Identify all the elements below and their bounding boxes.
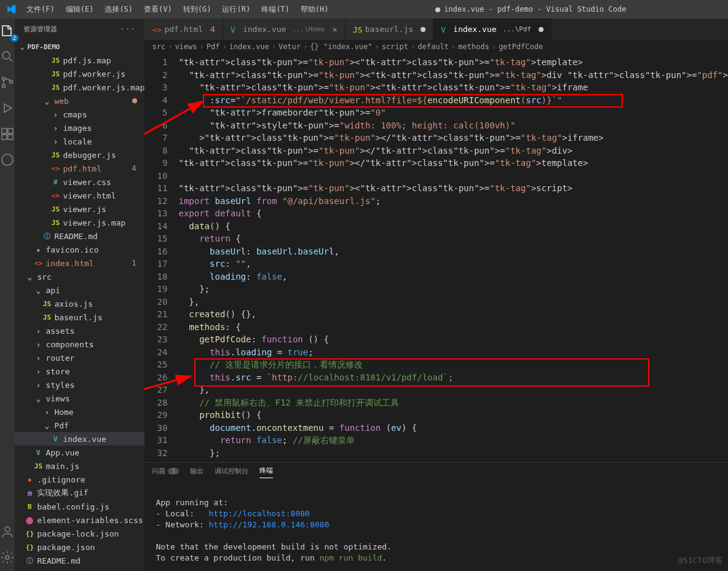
svg-point-2 — [2, 85, 6, 88]
tree-item[interactable]: JSaxios.js — [15, 297, 144, 310]
editor-tabs: <>pdf.html4Vindex.vue...\Home×JSbaseurl.… — [144, 18, 728, 40]
tree-item[interactable]: JSpdf.worker.js.map — [15, 81, 144, 94]
breadcrumb-item[interactable]: default — [417, 42, 449, 51]
tab-terminal[interactable]: 终端 — [259, 463, 273, 478]
tree-item[interactable]: ▦实现效果.gif — [15, 486, 144, 500]
breadcrumb-item[interactable]: views — [175, 42, 197, 51]
breadcrumb-item[interactable]: Pdf — [207, 42, 220, 51]
more-icon[interactable]: ··· — [121, 25, 136, 33]
account-icon[interactable] — [0, 524, 15, 539]
search-icon[interactable] — [0, 49, 15, 64]
menu-run[interactable]: 运行(R) — [217, 2, 255, 17]
svg-rect-5 — [2, 135, 7, 140]
tree-item[interactable]: ⌄views — [15, 392, 144, 405]
menu-goto[interactable]: 转到(G) — [178, 2, 216, 17]
breadcrumb-item[interactable]: getPdfCode — [499, 42, 543, 51]
editor-tab[interactable]: <>pdf.html4 — [144, 18, 223, 40]
source-control-icon[interactable] — [0, 75, 15, 90]
line-gutter: 1234567891011121314151617181920212223242… — [144, 53, 178, 462]
tree-item[interactable]: JSpdf.worker.js — [15, 67, 144, 81]
menu-edit[interactable]: 编辑(E) — [61, 2, 99, 17]
breadcrumb-item[interactable]: Vetur — [279, 42, 301, 51]
debug-icon[interactable] — [0, 101, 15, 116]
edge-icon[interactable] — [0, 152, 15, 167]
settings-icon[interactable] — [0, 550, 15, 565]
tree-item[interactable]: JSviewer.js — [15, 202, 144, 216]
tree-item[interactable]: ›images — [15, 121, 144, 135]
svg-rect-6 — [8, 135, 13, 140]
tab-problems[interactable]: 问题5 — [152, 464, 179, 478]
terminal-body[interactable]: App running at: - Local: http://localhos… — [144, 479, 728, 571]
tree-item[interactable]: JSbaseurl.js — [15, 310, 144, 324]
tree-item[interactable]: JSdebugger.js — [15, 148, 144, 162]
menu-help[interactable]: 帮助(H) — [296, 2, 334, 17]
tree-item[interactable]: ›locale — [15, 135, 144, 148]
svg-point-10 — [6, 556, 9, 559]
svg-point-1 — [2, 77, 6, 81]
code-area[interactable]: 1234567891011121314151617181920212223242… — [144, 53, 728, 462]
tree-item[interactable]: ⌄src — [15, 270, 144, 283]
tree-item[interactable]: ⌄Pdf — [15, 419, 144, 432]
activitybar: 2 — [0, 18, 15, 571]
breadcrumb-item[interactable]: index.vue — [229, 42, 269, 51]
tree-item[interactable]: ★favicon.ico — [15, 243, 144, 256]
tree-item[interactable]: Bbabel.config.js — [15, 500, 144, 513]
editor-tab[interactable]: Vindex.vue...\Pdf — [433, 18, 552, 40]
tree-item[interactable]: ›components — [15, 337, 144, 351]
tree-item[interactable]: Vindex.vue — [15, 432, 144, 446]
breadcrumb-item[interactable]: methods — [458, 42, 489, 51]
svg-rect-7 — [8, 128, 13, 133]
tree-item[interactable]: ›router — [15, 351, 144, 364]
tree-item[interactable]: ›styles — [15, 378, 144, 392]
explorer-icon[interactable]: 2 — [0, 23, 15, 38]
svg-point-3 — [10, 81, 13, 84]
tree-item[interactable]: ◆.gitignore — [15, 473, 144, 486]
extensions-icon[interactable] — [0, 127, 15, 141]
tree-item[interactable]: {}package.json — [15, 540, 144, 554]
vscode-logo-icon — [0, 4, 22, 14]
tree-item[interactable]: VApp.vue — [15, 446, 144, 459]
menu-file[interactable]: 文件(F) — [22, 2, 60, 17]
tree-item[interactable]: ⬤element-variables.scss — [15, 513, 144, 527]
breadcrumbs[interactable]: src›views›Pdf›index.vue›Vetur›{} "index.… — [144, 40, 728, 53]
tree-item[interactable]: <>index.html1 — [15, 256, 144, 270]
breadcrumb-item[interactable]: script — [382, 42, 408, 51]
sidebar-section[interactable]: ⌄PDF-DEMO — [15, 40, 144, 53]
watermark: @51CTO博客 — [678, 555, 723, 566]
tree-item[interactable]: JSpdf.js.map — [15, 53, 144, 67]
tree-item[interactable]: JSviewer.js.map — [15, 216, 144, 229]
tree-item[interactable]: JSvue.config.js — [15, 567, 144, 571]
tree-item[interactable]: ›Home — [15, 405, 144, 419]
explorer-badge: 2 — [10, 34, 18, 42]
tab-debug-console[interactable]: 调试控制台 — [215, 464, 248, 478]
editor-tab[interactable]: JSbaseurl.js — [346, 18, 433, 40]
tree-item[interactable]: ›assets — [15, 324, 144, 337]
tab-output[interactable]: 输出 — [190, 464, 204, 478]
tree-item[interactable]: ⓘREADME.md — [15, 554, 144, 567]
terminal-panel: 问题5 输出 调试控制台 终端 App running at: - Local:… — [144, 462, 728, 571]
code-lines[interactable]: "tk-attr">class"tk-pun">="tk-pun"><"tk-a… — [178, 53, 728, 462]
editor: <>pdf.html4Vindex.vue...\Home×JSbaseurl.… — [144, 18, 728, 571]
tree-item[interactable]: ⌄web — [15, 94, 144, 108]
tree-item[interactable]: ⓘREADME.md — [15, 229, 144, 243]
svg-point-0 — [2, 52, 10, 59]
tree-item[interactable]: #viewer.css — [15, 175, 144, 189]
tree-item[interactable]: {}package-lock.json — [15, 527, 144, 540]
breadcrumb-item[interactable]: src — [152, 42, 165, 51]
menu-terminal[interactable]: 终端(T) — [256, 2, 295, 17]
titlebar: 文件(F) 编辑(E) 选择(S) 查看(V) 转到(G) 运行(R) 终端(T… — [0, 0, 728, 18]
tree-item[interactable]: <>pdf.html4 — [15, 162, 144, 175]
tree-item[interactable]: JSmain.js — [15, 459, 144, 473]
terminal-tabs: 问题5 输出 调试控制台 终端 — [144, 463, 728, 479]
tree-item[interactable]: ⌄api — [15, 283, 144, 297]
menu-select[interactable]: 选择(S) — [100, 2, 138, 17]
tree-item[interactable]: <>viewer.html — [15, 189, 144, 202]
tree-item[interactable]: ›cmaps — [15, 108, 144, 121]
svg-point-8 — [2, 154, 13, 165]
menu-view[interactable]: 查看(V) — [139, 2, 177, 17]
sidebar: 资源管理器 ··· ⌄PDF-DEMO JSpdf.js.mapJSpdf.wo… — [15, 18, 144, 571]
breadcrumb-item[interactable]: {} "index.vue" — [310, 42, 372, 51]
svg-point-9 — [5, 527, 10, 532]
tree-item[interactable]: ›store — [15, 364, 144, 378]
editor-tab[interactable]: Vindex.vue...\Home× — [223, 18, 346, 40]
